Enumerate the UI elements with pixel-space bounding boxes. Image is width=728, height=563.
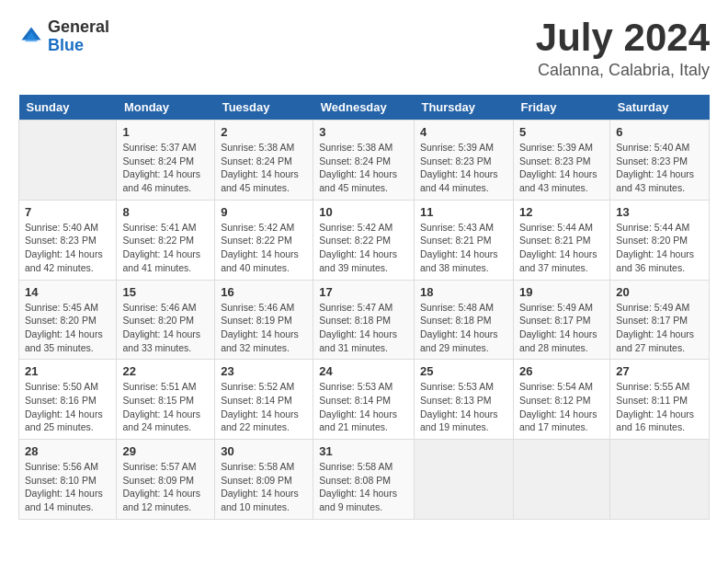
calendar-cell: 17Sunrise: 5:47 AM Sunset: 8:18 PM Dayli… xyxy=(313,280,415,360)
day-number: 2 xyxy=(221,125,307,139)
calendar-cell: 24Sunrise: 5:53 AM Sunset: 8:14 PM Dayli… xyxy=(313,360,415,440)
calendar-cell: 7Sunrise: 5:40 AM Sunset: 8:23 PM Daylig… xyxy=(19,200,117,280)
calendar-cell: 23Sunrise: 5:52 AM Sunset: 8:14 PM Dayli… xyxy=(215,360,313,440)
calendar-cell: 28Sunrise: 5:56 AM Sunset: 8:10 PM Dayli… xyxy=(19,440,117,520)
calendar-cell: 3Sunrise: 5:38 AM Sunset: 8:24 PM Daylig… xyxy=(313,121,415,201)
day-info: Sunrise: 5:38 AM Sunset: 8:24 PM Dayligh… xyxy=(319,141,408,195)
day-number: 23 xyxy=(221,364,307,378)
day-info: Sunrise: 5:40 AM Sunset: 8:23 PM Dayligh… xyxy=(25,221,110,275)
calendar-cell: 14Sunrise: 5:45 AM Sunset: 8:20 PM Dayli… xyxy=(19,280,117,360)
day-info: Sunrise: 5:56 AM Sunset: 8:10 PM Dayligh… xyxy=(25,460,110,514)
day-number: 22 xyxy=(122,364,209,378)
calendar-cell: 15Sunrise: 5:46 AM Sunset: 8:20 PM Dayli… xyxy=(117,280,215,360)
day-number: 18 xyxy=(420,285,507,299)
calendar-body: 1Sunrise: 5:37 AM Sunset: 8:24 PM Daylig… xyxy=(19,121,710,520)
calendar-cell: 26Sunrise: 5:54 AM Sunset: 8:12 PM Dayli… xyxy=(513,360,609,440)
day-info: Sunrise: 5:52 AM Sunset: 8:14 PM Dayligh… xyxy=(221,380,307,434)
day-info: Sunrise: 5:47 AM Sunset: 8:18 PM Dayligh… xyxy=(319,301,408,355)
calendar-cell xyxy=(414,440,513,520)
calendar-cell: 18Sunrise: 5:48 AM Sunset: 8:18 PM Dayli… xyxy=(414,280,513,360)
week-row-1: 7Sunrise: 5:40 AM Sunset: 8:23 PM Daylig… xyxy=(19,200,710,280)
day-info: Sunrise: 5:38 AM Sunset: 8:24 PM Dayligh… xyxy=(221,141,307,195)
day-info: Sunrise: 5:44 AM Sunset: 8:20 PM Dayligh… xyxy=(616,221,703,275)
day-info: Sunrise: 5:55 AM Sunset: 8:11 PM Dayligh… xyxy=(616,380,703,434)
calendar-cell: 13Sunrise: 5:44 AM Sunset: 8:20 PM Dayli… xyxy=(610,200,710,280)
day-number: 5 xyxy=(519,125,604,139)
day-info: Sunrise: 5:40 AM Sunset: 8:23 PM Dayligh… xyxy=(616,141,703,195)
day-info: Sunrise: 5:49 AM Sunset: 8:17 PM Dayligh… xyxy=(616,301,703,355)
header: General Blue July 2024 Calanna, Calabria… xyxy=(18,18,710,80)
day-number: 26 xyxy=(519,364,604,378)
week-row-4: 28Sunrise: 5:56 AM Sunset: 8:10 PM Dayli… xyxy=(19,440,710,520)
day-number: 1 xyxy=(122,125,209,139)
weekday-header-row: SundayMondayTuesdayWednesdayThursdayFrid… xyxy=(19,95,710,121)
day-number: 8 xyxy=(122,205,209,219)
day-number: 27 xyxy=(616,364,703,378)
page-title: July 2024 xyxy=(536,18,710,57)
calendar-cell: 2Sunrise: 5:38 AM Sunset: 8:24 PM Daylig… xyxy=(215,121,313,201)
day-info: Sunrise: 5:46 AM Sunset: 8:20 PM Dayligh… xyxy=(122,301,209,355)
week-row-0: 1Sunrise: 5:37 AM Sunset: 8:24 PM Daylig… xyxy=(19,121,710,201)
weekday-header-friday: Friday xyxy=(513,95,609,121)
day-number: 28 xyxy=(25,444,110,458)
calendar-cell: 11Sunrise: 5:43 AM Sunset: 8:21 PM Dayli… xyxy=(414,200,513,280)
day-number: 13 xyxy=(616,205,703,219)
calendar-cell: 6Sunrise: 5:40 AM Sunset: 8:23 PM Daylig… xyxy=(610,121,710,201)
day-info: Sunrise: 5:37 AM Sunset: 8:24 PM Dayligh… xyxy=(122,141,209,195)
logo-text: General Blue xyxy=(48,18,109,55)
calendar-cell: 12Sunrise: 5:44 AM Sunset: 8:21 PM Dayli… xyxy=(513,200,609,280)
day-number: 14 xyxy=(25,285,110,299)
calendar-cell xyxy=(513,440,609,520)
calendar-cell: 19Sunrise: 5:49 AM Sunset: 8:17 PM Dayli… xyxy=(513,280,609,360)
calendar-cell: 9Sunrise: 5:42 AM Sunset: 8:22 PM Daylig… xyxy=(215,200,313,280)
calendar-cell: 21Sunrise: 5:50 AM Sunset: 8:16 PM Dayli… xyxy=(19,360,117,440)
calendar-cell: 30Sunrise: 5:58 AM Sunset: 8:09 PM Dayli… xyxy=(215,440,313,520)
calendar-cell: 25Sunrise: 5:53 AM Sunset: 8:13 PM Dayli… xyxy=(414,360,513,440)
calendar-cell: 8Sunrise: 5:41 AM Sunset: 8:22 PM Daylig… xyxy=(117,200,215,280)
day-number: 25 xyxy=(420,364,507,378)
day-number: 30 xyxy=(221,444,307,458)
day-number: 20 xyxy=(616,285,703,299)
day-info: Sunrise: 5:41 AM Sunset: 8:22 PM Dayligh… xyxy=(122,221,209,275)
day-number: 10 xyxy=(319,205,408,219)
day-info: Sunrise: 5:42 AM Sunset: 8:22 PM Dayligh… xyxy=(319,221,408,275)
day-info: Sunrise: 5:49 AM Sunset: 8:17 PM Dayligh… xyxy=(519,301,604,355)
calendar-cell: 27Sunrise: 5:55 AM Sunset: 8:11 PM Dayli… xyxy=(610,360,710,440)
week-row-3: 21Sunrise: 5:50 AM Sunset: 8:16 PM Dayli… xyxy=(19,360,710,440)
calendar-cell: 5Sunrise: 5:39 AM Sunset: 8:23 PM Daylig… xyxy=(513,121,609,201)
title-section: July 2024 Calanna, Calabria, Italy xyxy=(536,18,710,80)
weekday-header-thursday: Thursday xyxy=(414,95,513,121)
calendar-cell: 16Sunrise: 5:46 AM Sunset: 8:19 PM Dayli… xyxy=(215,280,313,360)
calendar-cell: 31Sunrise: 5:58 AM Sunset: 8:08 PM Dayli… xyxy=(313,440,415,520)
weekday-header-sunday: Sunday xyxy=(19,95,117,121)
weekday-header-monday: Monday xyxy=(117,95,215,121)
day-info: Sunrise: 5:58 AM Sunset: 8:08 PM Dayligh… xyxy=(319,460,408,514)
day-number: 31 xyxy=(319,444,408,458)
day-info: Sunrise: 5:48 AM Sunset: 8:18 PM Dayligh… xyxy=(420,301,507,355)
day-info: Sunrise: 5:42 AM Sunset: 8:22 PM Dayligh… xyxy=(221,221,307,275)
day-number: 17 xyxy=(319,285,408,299)
logo-icon xyxy=(18,24,44,50)
day-number: 11 xyxy=(420,205,507,219)
day-number: 7 xyxy=(25,205,110,219)
day-info: Sunrise: 5:51 AM Sunset: 8:15 PM Dayligh… xyxy=(122,380,209,434)
day-number: 21 xyxy=(25,364,110,378)
day-number: 6 xyxy=(616,125,703,139)
calendar-cell xyxy=(610,440,710,520)
day-info: Sunrise: 5:39 AM Sunset: 8:23 PM Dayligh… xyxy=(420,141,507,195)
weekday-header-saturday: Saturday xyxy=(610,95,710,121)
day-info: Sunrise: 5:45 AM Sunset: 8:20 PM Dayligh… xyxy=(25,301,110,355)
day-info: Sunrise: 5:50 AM Sunset: 8:16 PM Dayligh… xyxy=(25,380,110,434)
calendar-cell: 29Sunrise: 5:57 AM Sunset: 8:09 PM Dayli… xyxy=(117,440,215,520)
weekday-header-wednesday: Wednesday xyxy=(313,95,415,121)
day-info: Sunrise: 5:44 AM Sunset: 8:21 PM Dayligh… xyxy=(519,221,604,275)
calendar-cell xyxy=(19,121,117,201)
day-number: 3 xyxy=(319,125,408,139)
week-row-2: 14Sunrise: 5:45 AM Sunset: 8:20 PM Dayli… xyxy=(19,280,710,360)
day-info: Sunrise: 5:46 AM Sunset: 8:19 PM Dayligh… xyxy=(221,301,307,355)
calendar-header: SundayMondayTuesdayWednesdayThursdayFrid… xyxy=(19,95,710,121)
weekday-header-tuesday: Tuesday xyxy=(215,95,313,121)
calendar-table: SundayMondayTuesdayWednesdayThursdayFrid… xyxy=(18,95,710,520)
day-number: 4 xyxy=(420,125,507,139)
day-info: Sunrise: 5:39 AM Sunset: 8:23 PM Dayligh… xyxy=(519,141,604,195)
